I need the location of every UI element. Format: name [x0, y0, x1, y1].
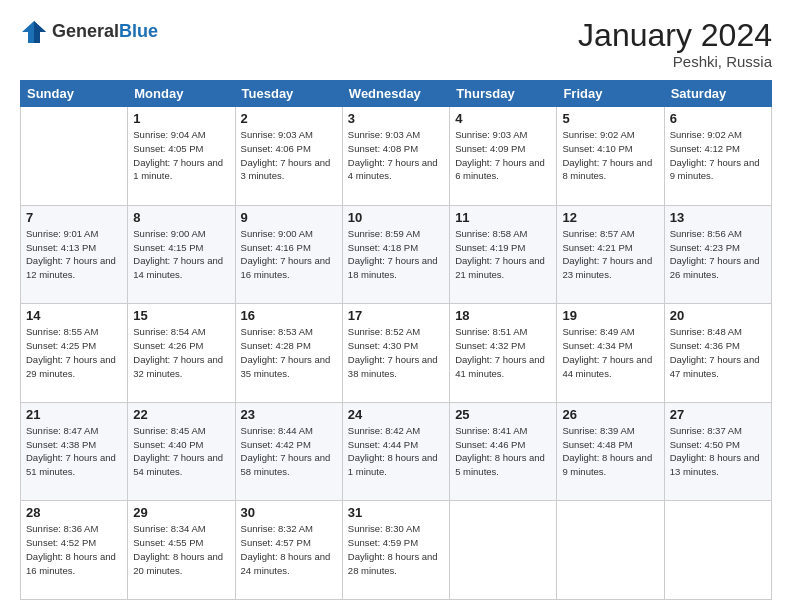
- day-detail: Sunrise: 8:41 AMSunset: 4:46 PMDaylight:…: [455, 424, 551, 479]
- day-detail: Sunrise: 8:34 AMSunset: 4:55 PMDaylight:…: [133, 522, 229, 577]
- day-detail: Sunrise: 8:59 AMSunset: 4:18 PMDaylight:…: [348, 227, 444, 282]
- logo-text: GeneralBlue: [52, 22, 158, 42]
- header: GeneralBlue January 2024 Peshki, Russia: [20, 18, 772, 70]
- table-row: 28Sunrise: 8:36 AMSunset: 4:52 PMDayligh…: [21, 501, 128, 600]
- day-number: 30: [241, 505, 337, 520]
- table-row: 10Sunrise: 8:59 AMSunset: 4:18 PMDayligh…: [342, 205, 449, 304]
- day-number: 23: [241, 407, 337, 422]
- table-row: 21Sunrise: 8:47 AMSunset: 4:38 PMDayligh…: [21, 402, 128, 501]
- logo: GeneralBlue: [20, 18, 158, 46]
- table-row: 4Sunrise: 9:03 AMSunset: 4:09 PMDaylight…: [450, 107, 557, 206]
- day-detail: Sunrise: 9:04 AMSunset: 4:05 PMDaylight:…: [133, 128, 229, 183]
- day-detail: Sunrise: 8:44 AMSunset: 4:42 PMDaylight:…: [241, 424, 337, 479]
- day-number: 26: [562, 407, 658, 422]
- table-row: 20Sunrise: 8:48 AMSunset: 4:36 PMDayligh…: [664, 304, 771, 403]
- day-detail: Sunrise: 8:49 AMSunset: 4:34 PMDaylight:…: [562, 325, 658, 380]
- day-number: 1: [133, 111, 229, 126]
- day-detail: Sunrise: 9:03 AMSunset: 4:06 PMDaylight:…: [241, 128, 337, 183]
- day-number: 5: [562, 111, 658, 126]
- day-number: 27: [670, 407, 766, 422]
- day-detail: Sunrise: 8:32 AMSunset: 4:57 PMDaylight:…: [241, 522, 337, 577]
- day-detail: Sunrise: 8:56 AMSunset: 4:23 PMDaylight:…: [670, 227, 766, 282]
- day-number: 3: [348, 111, 444, 126]
- table-row: 26Sunrise: 8:39 AMSunset: 4:48 PMDayligh…: [557, 402, 664, 501]
- day-number: 22: [133, 407, 229, 422]
- day-detail: Sunrise: 8:45 AMSunset: 4:40 PMDaylight:…: [133, 424, 229, 479]
- day-detail: Sunrise: 8:55 AMSunset: 4:25 PMDaylight:…: [26, 325, 122, 380]
- table-row: 22Sunrise: 8:45 AMSunset: 4:40 PMDayligh…: [128, 402, 235, 501]
- day-number: 28: [26, 505, 122, 520]
- col-wednesday: Wednesday: [342, 81, 449, 107]
- day-detail: Sunrise: 9:00 AMSunset: 4:16 PMDaylight:…: [241, 227, 337, 282]
- table-row: 24Sunrise: 8:42 AMSunset: 4:44 PMDayligh…: [342, 402, 449, 501]
- svg-marker-1: [34, 21, 46, 43]
- day-detail: Sunrise: 8:57 AMSunset: 4:21 PMDaylight:…: [562, 227, 658, 282]
- day-detail: Sunrise: 9:00 AMSunset: 4:15 PMDaylight:…: [133, 227, 229, 282]
- day-number: 29: [133, 505, 229, 520]
- day-number: 4: [455, 111, 551, 126]
- day-number: 21: [26, 407, 122, 422]
- col-sunday: Sunday: [21, 81, 128, 107]
- day-number: 24: [348, 407, 444, 422]
- day-number: 15: [133, 308, 229, 323]
- day-number: 16: [241, 308, 337, 323]
- day-number: 2: [241, 111, 337, 126]
- table-row: 16Sunrise: 8:53 AMSunset: 4:28 PMDayligh…: [235, 304, 342, 403]
- day-detail: Sunrise: 8:30 AMSunset: 4:59 PMDaylight:…: [348, 522, 444, 577]
- location-subtitle: Peshki, Russia: [578, 53, 772, 70]
- calendar-header-row: Sunday Monday Tuesday Wednesday Thursday…: [21, 81, 772, 107]
- calendar-page: GeneralBlue January 2024 Peshki, Russia …: [0, 0, 792, 612]
- table-row: 15Sunrise: 8:54 AMSunset: 4:26 PMDayligh…: [128, 304, 235, 403]
- day-detail: Sunrise: 8:54 AMSunset: 4:26 PMDaylight:…: [133, 325, 229, 380]
- day-detail: Sunrise: 8:53 AMSunset: 4:28 PMDaylight:…: [241, 325, 337, 380]
- day-detail: Sunrise: 9:03 AMSunset: 4:08 PMDaylight:…: [348, 128, 444, 183]
- col-friday: Friday: [557, 81, 664, 107]
- day-number: 12: [562, 210, 658, 225]
- day-detail: Sunrise: 9:01 AMSunset: 4:13 PMDaylight:…: [26, 227, 122, 282]
- table-row: 29Sunrise: 8:34 AMSunset: 4:55 PMDayligh…: [128, 501, 235, 600]
- col-monday: Monday: [128, 81, 235, 107]
- table-row: 17Sunrise: 8:52 AMSunset: 4:30 PMDayligh…: [342, 304, 449, 403]
- table-row: 6Sunrise: 9:02 AMSunset: 4:12 PMDaylight…: [664, 107, 771, 206]
- day-detail: Sunrise: 8:37 AMSunset: 4:50 PMDaylight:…: [670, 424, 766, 479]
- day-detail: Sunrise: 9:02 AMSunset: 4:10 PMDaylight:…: [562, 128, 658, 183]
- day-detail: Sunrise: 8:52 AMSunset: 4:30 PMDaylight:…: [348, 325, 444, 380]
- day-number: 9: [241, 210, 337, 225]
- day-number: 14: [26, 308, 122, 323]
- day-detail: Sunrise: 8:58 AMSunset: 4:19 PMDaylight:…: [455, 227, 551, 282]
- day-number: 8: [133, 210, 229, 225]
- day-number: 13: [670, 210, 766, 225]
- calendar-row: 21Sunrise: 8:47 AMSunset: 4:38 PMDayligh…: [21, 402, 772, 501]
- table-row: [21, 107, 128, 206]
- table-row: [664, 501, 771, 600]
- day-detail: Sunrise: 9:03 AMSunset: 4:09 PMDaylight:…: [455, 128, 551, 183]
- day-detail: Sunrise: 8:36 AMSunset: 4:52 PMDaylight:…: [26, 522, 122, 577]
- logo-general: General: [52, 21, 119, 41]
- table-row: 27Sunrise: 8:37 AMSunset: 4:50 PMDayligh…: [664, 402, 771, 501]
- calendar-row: 1Sunrise: 9:04 AMSunset: 4:05 PMDaylight…: [21, 107, 772, 206]
- month-title: January 2024: [578, 18, 772, 53]
- table-row: 11Sunrise: 8:58 AMSunset: 4:19 PMDayligh…: [450, 205, 557, 304]
- calendar-table: Sunday Monday Tuesday Wednesday Thursday…: [20, 80, 772, 600]
- logo-blue: Blue: [119, 21, 158, 41]
- day-number: 25: [455, 407, 551, 422]
- table-row: 8Sunrise: 9:00 AMSunset: 4:15 PMDaylight…: [128, 205, 235, 304]
- day-detail: Sunrise: 8:48 AMSunset: 4:36 PMDaylight:…: [670, 325, 766, 380]
- table-row: 5Sunrise: 9:02 AMSunset: 4:10 PMDaylight…: [557, 107, 664, 206]
- day-number: 7: [26, 210, 122, 225]
- table-row: 23Sunrise: 8:44 AMSunset: 4:42 PMDayligh…: [235, 402, 342, 501]
- table-row: 3Sunrise: 9:03 AMSunset: 4:08 PMDaylight…: [342, 107, 449, 206]
- table-row: 12Sunrise: 8:57 AMSunset: 4:21 PMDayligh…: [557, 205, 664, 304]
- day-detail: Sunrise: 8:42 AMSunset: 4:44 PMDaylight:…: [348, 424, 444, 479]
- day-number: 17: [348, 308, 444, 323]
- title-block: January 2024 Peshki, Russia: [578, 18, 772, 70]
- day-number: 11: [455, 210, 551, 225]
- calendar-row: 14Sunrise: 8:55 AMSunset: 4:25 PMDayligh…: [21, 304, 772, 403]
- table-row: 30Sunrise: 8:32 AMSunset: 4:57 PMDayligh…: [235, 501, 342, 600]
- col-thursday: Thursday: [450, 81, 557, 107]
- table-row: [557, 501, 664, 600]
- logo-icon: [20, 18, 48, 46]
- day-detail: Sunrise: 9:02 AMSunset: 4:12 PMDaylight:…: [670, 128, 766, 183]
- table-row: 25Sunrise: 8:41 AMSunset: 4:46 PMDayligh…: [450, 402, 557, 501]
- day-detail: Sunrise: 8:51 AMSunset: 4:32 PMDaylight:…: [455, 325, 551, 380]
